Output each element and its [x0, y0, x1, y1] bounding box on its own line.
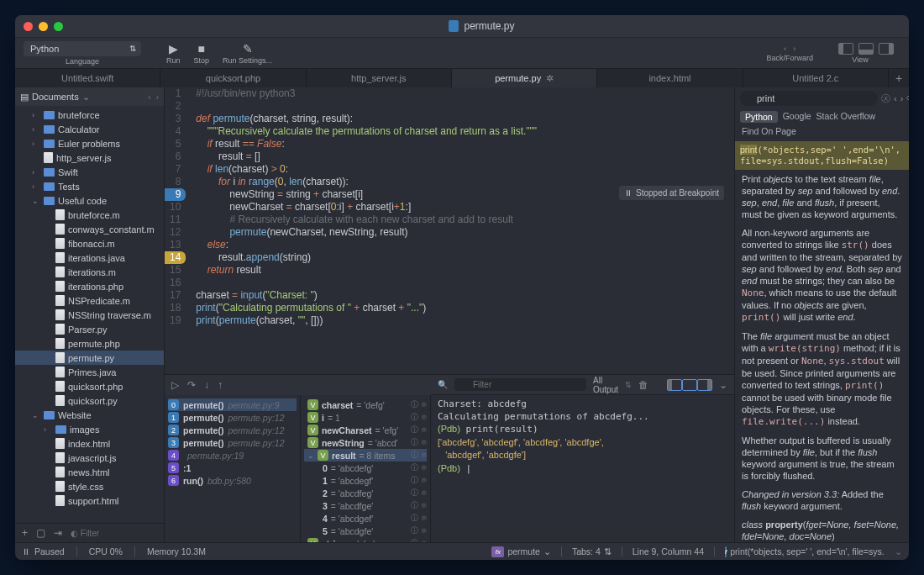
variable-row[interactable]: 1 = 'abcdegf'ⓘ ⊙	[304, 474, 427, 487]
variable-row[interactable]: Vcharset = 'defg'ⓘ ⊙	[304, 398, 427, 411]
callstack-frame[interactable]: 0permute() permute.py:9	[168, 398, 297, 411]
folder-images[interactable]: ›images	[15, 422, 164, 436]
folder-Useful-code[interactable]: ⌄Useful code	[15, 193, 164, 208]
file-fibonacci-m[interactable]: fibonacci.m	[15, 236, 164, 251]
callstack-frame[interactable]: 1permute() permute.py:12	[168, 411, 297, 424]
file-javascript-js[interactable]: javascript.js	[15, 451, 164, 465]
nav-buttons[interactable]: ‹› Back/Forward	[759, 45, 820, 62]
add-tab-icon[interactable]: +	[889, 69, 909, 87]
clear-icon[interactable]: ⓧ	[881, 92, 890, 105]
variable-row[interactable]: VnewString = 'abcd'ⓘ ⊙	[304, 436, 427, 449]
file-news-html[interactable]: news.html	[15, 465, 164, 479]
variable-row[interactable]: 5 = 'abcdgfe'ⓘ ⊙	[304, 525, 427, 537]
folder-Swift[interactable]: ›Swift	[15, 165, 164, 179]
callstack: 0permute() permute.py:91permute() permut…	[165, 395, 300, 542]
statusbar: ⏸ Paused CPU 0% Memory 10.3M fxpermute ⌄…	[15, 542, 909, 560]
file-iterations-php[interactable]: iterations.php	[15, 279, 164, 293]
callstack-frame[interactable]: 2permute() permute.py:12	[168, 424, 297, 436]
step-out-icon[interactable]: ↑	[218, 379, 223, 391]
close-icon[interactable]	[24, 22, 33, 31]
sidebar-back-icon[interactable]: ‹	[148, 92, 150, 102]
console-filter-input[interactable]	[454, 378, 586, 391]
language-select[interactable]: Python	[24, 41, 141, 56]
file-bruteforce-m[interactable]: bruteforce.m	[15, 208, 164, 222]
variable-row[interactable]: VnewCharset = 'efg'ⓘ ⊙	[304, 424, 427, 436]
doc-source-stackoverflow[interactable]: Stack Overflow	[816, 111, 876, 123]
tab-Untitled-2-c[interactable]: Untitled 2.c	[743, 69, 889, 87]
sidebar-footer: + ▢ ⇥ ◐ Filter	[15, 523, 164, 542]
file-NSPredicate-m[interactable]: NSPredicate.m	[15, 293, 164, 308]
folder-Calculator[interactable]: ›Calculator	[15, 122, 164, 136]
callstack-frame[interactable]: 6run() bdb.py:580	[168, 474, 297, 487]
file-Parser-py[interactable]: Parser.py	[15, 322, 164, 336]
variable-row[interactable]: 3 = 'abcdfge'ⓘ ⊙	[304, 499, 427, 512]
callstack-frame[interactable]: 4 permute.py:19	[168, 449, 297, 462]
file-permute-py[interactable]: permute.py	[15, 351, 164, 365]
split-left-icon[interactable]	[667, 379, 682, 391]
file-support-html[interactable]: support.html	[15, 493, 164, 508]
folder-Tests[interactable]: ›Tests	[15, 179, 164, 193]
doc-source-python[interactable]: Python	[740, 111, 778, 123]
traffic-lights	[24, 22, 63, 31]
maximize-icon[interactable]	[54, 22, 63, 31]
file-quicksort-php[interactable]: quicksort.php	[15, 379, 164, 393]
file-permute-php[interactable]: permute.php	[15, 336, 164, 351]
code-editor[interactable]: 12345678910111213141516171819 #!/usr/bin…	[165, 87, 734, 374]
variable-row[interactable]: ⌄Vresult = 8 itemsⓘ ⊙	[304, 449, 427, 462]
tab-Untitled-swift[interactable]: Untitled.swift	[15, 69, 160, 87]
file-iterations-m[interactable]: iterations.m	[15, 265, 164, 279]
step-over-icon[interactable]: ↷	[187, 379, 196, 391]
minimize-icon[interactable]	[39, 22, 48, 31]
action-icon[interactable]: ⇥	[54, 527, 62, 539]
file-Primes-java[interactable]: Primes.java	[15, 365, 164, 379]
callstack-frame[interactable]: 3permute() permute.py:12	[168, 436, 297, 449]
file-iterations-java[interactable]: iterations.java	[15, 251, 164, 265]
view-buttons[interactable]: View	[820, 43, 900, 64]
file-http_server-js[interactable]: http_server.js	[15, 150, 164, 165]
chevron-down-icon[interactable]: ⌄	[719, 379, 727, 391]
doc-fwd-icon[interactable]: ›	[900, 93, 904, 104]
output-mode-select[interactable]: All Output	[593, 376, 618, 394]
find-on-page[interactable]: Find On Page	[735, 124, 909, 138]
file-conways_constant-m[interactable]: conways_constant.m	[15, 222, 164, 236]
split-right-icon[interactable]	[697, 379, 712, 391]
file-index-html[interactable]: index.html	[15, 436, 164, 451]
run-settings-button[interactable]: ✎Run Settings...	[216, 42, 279, 65]
tab-quicksort-php[interactable]: quicksort.php	[160, 69, 306, 87]
add-icon[interactable]: +	[22, 527, 28, 539]
file-quicksort-py[interactable]: quicksort.py	[15, 393, 164, 408]
new-file-icon[interactable]: ▢	[36, 527, 45, 539]
sb-tabs[interactable]: Tabs: 4 ⇅	[572, 546, 612, 557]
sb-doc-sig[interactable]: fprint(*objects, sep=' ', end='\n', file…	[725, 546, 885, 557]
variable-row[interactable]: 4 = 'abcdgef'ⓘ ⊙	[304, 512, 427, 525]
continue-icon[interactable]: ▷	[171, 379, 179, 391]
variable-row[interactable]: 0 = 'abcdefg'ⓘ ⊙	[304, 462, 427, 474]
tab-index-html[interactable]: index.html	[597, 69, 743, 87]
eye-icon[interactable]: 👁	[906, 93, 909, 104]
tab-http_server-js[interactable]: http_server.js	[307, 69, 452, 87]
doc-sources: Python Google Stack Overflow	[735, 109, 909, 124]
step-in-icon[interactable]: ↓	[204, 379, 209, 391]
console-output[interactable]: Charset: abcdefg Calculating permutation…	[431, 395, 734, 542]
sb-chevron-icon[interactable]: ⌄	[895, 546, 902, 557]
variable-row[interactable]: 2 = 'abcdfeg'ⓘ ⊙	[304, 487, 427, 499]
trash-icon[interactable]: 🗑	[638, 379, 648, 391]
stop-button[interactable]: ■Stop	[187, 42, 217, 65]
tab-permute-py[interactable]: permute.py✲	[452, 69, 597, 87]
variable-row[interactable]: Vi = 1ⓘ ⊙	[304, 411, 427, 424]
sidebar-filter[interactable]: Filter	[81, 529, 99, 538]
folder-Website[interactable]: ⌄Website	[15, 408, 164, 422]
sidebar-header[interactable]: ▤Documents⌄ ‹›	[15, 87, 164, 106]
file-tree: ›bruteforce›Calculator›Euler problemshtt…	[15, 106, 164, 523]
file-style-css[interactable]: style.css	[15, 479, 164, 493]
folder-Euler-problems[interactable]: ›Euler problems	[15, 136, 164, 150]
callstack-frame[interactable]: 5:1	[168, 462, 297, 474]
run-button[interactable]: ▶Run	[160, 42, 187, 65]
sb-function[interactable]: fxpermute ⌄	[491, 546, 551, 557]
doc-back-icon[interactable]: ‹	[894, 93, 897, 104]
folder-bruteforce[interactable]: ›bruteforce	[15, 108, 164, 122]
sidebar-fwd-icon[interactable]: ›	[156, 92, 159, 102]
doc-search-input[interactable]	[740, 91, 878, 106]
file-NSString-traverse-m[interactable]: NSString traverse.m	[15, 308, 164, 322]
doc-source-google[interactable]: Google	[783, 111, 811, 123]
